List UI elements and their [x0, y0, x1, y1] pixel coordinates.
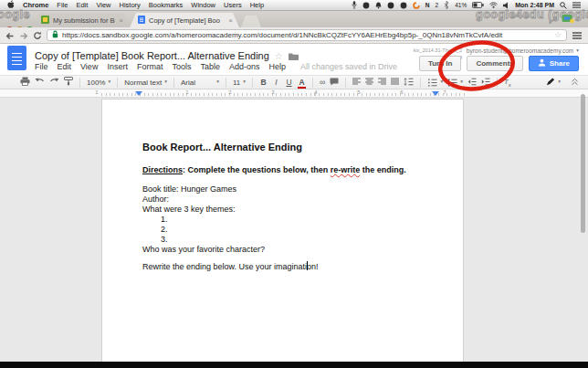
menubar-item-chrome[interactable]: Chrome: [23, 1, 48, 9]
align-left-icon[interactable]: [352, 78, 361, 87]
doc-rewrite-prompt[interactable]: Rewrite the ending below. Use your imagi…: [142, 262, 319, 271]
tab-close-icon[interactable]: ×: [228, 16, 233, 25]
font-size-select[interactable]: 11▾: [233, 79, 246, 87]
share-button[interactable]: Share: [529, 56, 579, 71]
clear-formatting-button[interactable]: Tx: [504, 78, 511, 88]
comments-button[interactable]: Comments: [467, 56, 522, 71]
misspelled-word[interactable]: re-write: [331, 165, 361, 174]
new-tab-button[interactable]: [241, 16, 261, 27]
battery-icon[interactable]: [472, 2, 484, 8]
ruler-number: 6: [400, 89, 403, 95]
docs-menu-format[interactable]: Format: [137, 62, 163, 71]
turn-in-button[interactable]: Turn In: [419, 56, 462, 71]
insert-link-icon[interactable]: ∞: [320, 78, 325, 87]
paragraph-style-select[interactable]: Normal text▾: [124, 79, 167, 87]
menubar-item-view[interactable]: View: [96, 1, 110, 9]
print-icon[interactable]: [20, 77, 30, 88]
align-center-icon[interactable]: [365, 78, 373, 87]
editing-mode-button[interactable]: ▾: [546, 78, 561, 87]
numbered-list-button[interactable]: ▾: [427, 79, 443, 87]
bulleted-list-button[interactable]: ▾: [447, 79, 463, 87]
docs-menu-file[interactable]: File: [35, 62, 48, 71]
wifi-icon[interactable]: [489, 2, 498, 8]
menubar-item-window[interactable]: Window: [191, 1, 215, 9]
bold-button[interactable]: B: [259, 78, 268, 87]
zoom-select[interactable]: 100%▾: [87, 79, 110, 87]
document-title[interactable]: Copy of [Template] Book Report... Altern…: [35, 50, 269, 61]
tab-my-submission[interactable]: My submission for Book R ×: [33, 13, 130, 27]
doc-list-item[interactable]: 3.: [161, 235, 168, 244]
undo-icon[interactable]: [35, 78, 45, 87]
scrollbar-thumb[interactable]: [581, 94, 585, 233]
status-icon-1[interactable]: [362, 2, 370, 9]
microphone-icon[interactable]: [352, 1, 357, 9]
italic-button[interactable]: I: [272, 78, 280, 87]
doc-book-title-line[interactable]: Book title: Hunger Games: [142, 184, 236, 194]
screencast-icon[interactable]: [562, 11, 574, 27]
apple-icon[interactable]: [7, 0, 15, 10]
menubar-item-file[interactable]: File: [57, 1, 68, 9]
right-indent-marker[interactable]: [432, 91, 439, 96]
document-page[interactable]: Book Report... Alternative Ending Direct…: [101, 99, 464, 362]
volume-icon[interactable]: [503, 2, 509, 9]
left-indent-marker[interactable]: [135, 91, 142, 96]
account-menu[interactable]: byron-student@homeroomacademy.com ▾: [467, 47, 579, 54]
reload-button[interactable]: [33, 27, 42, 44]
menubar-clock[interactable]: Mon 2:48 PM: [515, 2, 554, 8]
doc-heading[interactable]: Book Report... Alternative Ending: [142, 142, 302, 152]
bell-icon[interactable]: [375, 2, 382, 9]
star-document-icon[interactable]: ☆: [275, 51, 283, 61]
menubar-item-help[interactable]: Help: [250, 1, 264, 9]
tab-copy-of-template[interactable]: Copy of [Template] Book R ×: [130, 13, 239, 27]
collapse-toolbar-icon[interactable]: [571, 78, 579, 88]
doc-author-line[interactable]: Author:: [142, 195, 169, 204]
align-right-icon[interactable]: [378, 78, 386, 87]
underline-button[interactable]: U: [285, 78, 293, 87]
insert-comment-icon[interactable]: [330, 78, 339, 88]
align-justify-icon[interactable]: [391, 78, 399, 87]
input-source-icon[interactable]: N: [425, 2, 430, 8]
save-status[interactable]: All changes saved in Drive: [300, 62, 397, 71]
menubar-item-users[interactable]: Users: [224, 1, 242, 9]
sync-progress-icon[interactable]: [413, 2, 420, 9]
redo-icon[interactable]: [49, 78, 59, 87]
doc-directions-line[interactable]: Directions: Complete the questions below…: [142, 165, 406, 174]
docs-logo-icon[interactable]: [7, 46, 26, 70]
menubar-item-history[interactable]: History: [120, 1, 141, 9]
doc-list-item[interactable]: 2.: [161, 225, 168, 234]
doc-list-item[interactable]: 1.: [161, 215, 168, 224]
doc-themes-question[interactable]: What were 3 key themes:: [142, 205, 236, 214]
document-canvas: Book Report... Alternative Ending Direct…: [0, 98, 588, 362]
docs-menu-insert[interactable]: Insert: [107, 62, 128, 71]
decrease-indent-icon[interactable]: [467, 78, 477, 88]
line-spacing-icon[interactable]: [404, 78, 414, 88]
bluetooth-icon[interactable]: [444, 1, 449, 9]
increase-indent-icon[interactable]: [481, 78, 490, 88]
person-icon: [538, 58, 546, 68]
doc-character-question[interactable]: Who was your favorite character?: [142, 245, 265, 254]
paint-format-icon[interactable]: [64, 77, 73, 88]
bookmark-star-icon[interactable]: ☆: [554, 31, 562, 39]
chevron-down-icon: ▾: [243, 79, 246, 85]
docs-menu-edit[interactable]: Edit: [58, 62, 72, 71]
font-family-select[interactable]: Arial▾: [181, 79, 219, 87]
forward-button[interactable]: [19, 27, 28, 44]
status-icon-3[interactable]: [400, 2, 407, 9]
docs-menu-help[interactable]: Help: [268, 62, 286, 71]
fullscreen-expand-icon[interactable]: [549, 12, 557, 28]
notification-center-icon[interactable]: [572, 2, 581, 8]
text-color-button[interactable]: A: [298, 78, 306, 87]
chrome-menu-icon[interactable]: [572, 27, 583, 44]
docs-menu-tools[interactable]: Tools: [172, 62, 191, 71]
status-icon-2[interactable]: [387, 2, 394, 9]
url-omnibox[interactable]: https://docs.sandbox.google.com/a/homero…: [47, 29, 567, 41]
menubar-item-edit[interactable]: Edit: [76, 1, 88, 9]
ssl-lock-icon[interactable]: [52, 30, 58, 40]
menubar-item-bookmarks[interactable]: Bookmarks: [149, 1, 184, 9]
tab-close-icon[interactable]: ×: [119, 16, 123, 25]
docs-menu-addons[interactable]: Add-ons: [229, 62, 260, 71]
docs-menu-table[interactable]: Table: [200, 62, 220, 71]
back-button[interactable]: [5, 27, 15, 44]
docs-menu-view[interactable]: View: [80, 62, 98, 71]
spotlight-search-icon[interactable]: [560, 2, 567, 9]
